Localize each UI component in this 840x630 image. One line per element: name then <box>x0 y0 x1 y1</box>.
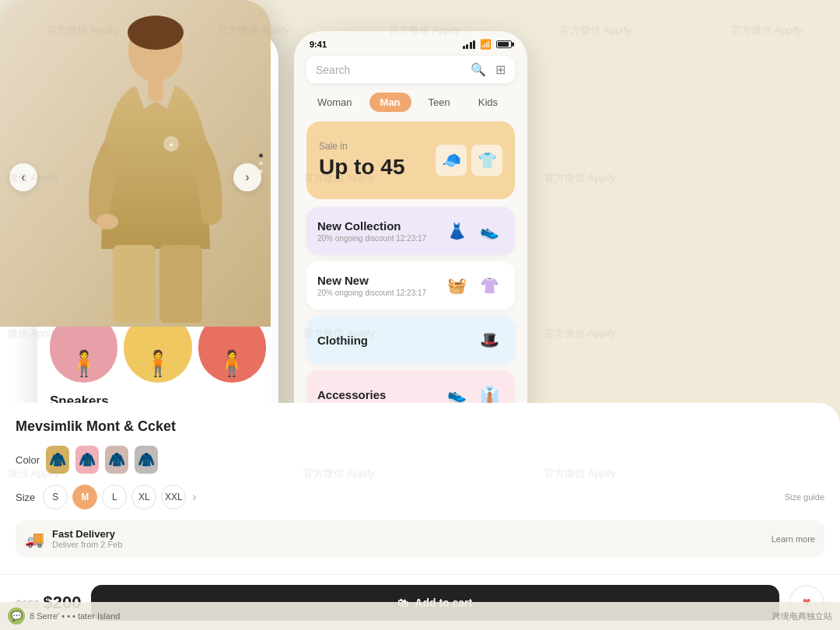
status-icons-2: 📶 <box>463 39 513 50</box>
tab-man-active[interactable]: Man <box>369 93 411 112</box>
sale-shirt: 👕 <box>471 145 502 176</box>
phone-3: ✦ ‹ › Mevsimlik Mont & Ccket Color 🧥 🧥 <box>0 0 271 568</box>
cat-new-new[interactable]: New New 20% ongoing discount 12:23:17 🧺 … <box>306 261 515 310</box>
cat-left-4: Accessories <box>317 388 386 401</box>
sale-banner-left: Sale in Up to 45 <box>319 141 404 180</box>
wifi-icon-2: 📶 <box>480 39 492 50</box>
cat-right-3: 🎩 <box>474 325 504 355</box>
color-pink[interactable]: 🧥 <box>75 446 99 474</box>
signal-2 <box>463 40 476 49</box>
product-card: Mevsimlik Mont & Ccket Color 🧥 🧥 🧥 🧥 Siz… <box>0 403 271 568</box>
dot-2 <box>259 162 263 166</box>
cat-img-2b: 👚 <box>474 271 504 300</box>
watermark-5: 官方微信 Appify <box>731 23 803 37</box>
search-placeholder: Search <box>316 64 464 76</box>
size-row: Size S M L XL XXL › Size guide <box>16 485 271 509</box>
cat-sub-2: 20% ongoing discount 12:23:17 <box>317 289 426 297</box>
filter-icon[interactable]: ⊞ <box>495 62 506 77</box>
color-rose-img: 🧥 <box>108 451 125 468</box>
image-dots <box>259 154 263 173</box>
size-xl[interactable]: XL <box>131 485 156 509</box>
wechat-icon: 💬 <box>8 607 25 625</box>
color-gray-img: 🧥 <box>138 451 155 468</box>
dot-1 <box>259 154 263 158</box>
size-s[interactable]: S <box>43 485 68 509</box>
delivery-text: Fast Delivery Deliver from 2 Feb <box>52 528 122 549</box>
cat-name-4: Accessories <box>317 388 386 401</box>
cat-sub-1: 20% ongoing discount 12:23:17 <box>317 234 426 243</box>
chat-label: 8 Serre' • • • tater Island <box>30 611 120 621</box>
cat-left-3: Clothiing <box>317 334 368 347</box>
collection-person-2: 🧍 <box>142 348 173 378</box>
color-tan-img: 🧥 <box>49 451 66 468</box>
model-svg: ✦ <box>0 0 271 327</box>
cat-img-2: 🧺 <box>442 271 471 300</box>
delivery-row: 🚚 Fast Delivery Deliver from 2 Feb Learn… <box>16 520 271 557</box>
collection-person-1: 🧍 <box>68 348 100 378</box>
color-rose[interactable]: 🧥 <box>105 446 128 474</box>
cat-right-1: 👗 👟 <box>442 216 504 246</box>
collection-person-3: 🧍 <box>216 348 247 378</box>
color-pink-img: 🧥 <box>79 451 96 468</box>
watermark-11: 官方微信 Appify <box>544 327 616 341</box>
color-row: Color 🧥 🧥 🧥 🧥 <box>16 446 271 474</box>
svg-text:✦: ✦ <box>169 142 174 149</box>
product-image: ✦ ‹ › <box>0 0 271 327</box>
delivery-icon: 🚚 <box>25 530 44 548</box>
dot-3 <box>259 170 263 173</box>
cat-left-1: New Collection 20% ongoing discount 12:2… <box>317 219 426 243</box>
watermark-4: 官方微信 Appify <box>560 23 632 37</box>
search-icon-2: 🔍 <box>471 62 486 77</box>
more-sizes-icon[interactable]: › <box>192 490 196 504</box>
size-label: Size <box>16 492 35 503</box>
cat-name-2: New New <box>317 274 426 287</box>
sale-in-text: Sale in <box>319 141 404 152</box>
color-label: Color <box>16 454 40 466</box>
prev-arrow[interactable]: ‹ <box>9 163 37 191</box>
sale-banner[interactable]: Sale in Up to 45 🧢 👕 <box>306 121 515 199</box>
svg-rect-4 <box>148 78 163 101</box>
svg-point-2 <box>128 16 184 50</box>
product-title: Mevsimlik Mont & Ccket <box>16 418 271 435</box>
cat-img-3: 🎩 <box>474 325 504 355</box>
chat-bar[interactable]: 💬 8 Serre' • • • tater Island 跨境电商独立站 <box>0 602 840 630</box>
delivery-subtitle: Deliver from 2 Feb <box>52 540 122 549</box>
up-to-text: Up to 45 <box>319 155 404 180</box>
watermark-8: 官方微信 Appify <box>544 171 616 185</box>
color-gray[interactable]: 🧥 <box>135 446 158 474</box>
cat-name-3: Clothiing <box>317 334 368 347</box>
cat-clothing[interactable]: Clothiing 🎩 <box>306 316 515 364</box>
delivery-title: Fast Delivery <box>52 528 122 540</box>
cat-right-2: 🧺 👚 <box>442 271 504 300</box>
tab-kids[interactable]: Kids <box>467 93 509 112</box>
time-2: 9:41 <box>310 40 327 49</box>
status-bar-2: 9:41 📶 <box>294 31 527 56</box>
sale-items: 🧢 👕 <box>436 145 502 176</box>
svg-rect-8 <box>159 245 202 323</box>
size-l[interactable]: L <box>102 485 127 509</box>
search-bar[interactable]: Search 🔍 ⊞ <box>306 56 515 83</box>
cat-name-1: New Collection <box>317 219 426 233</box>
battery-icon-2 <box>496 40 512 48</box>
svg-rect-7 <box>113 245 156 323</box>
filter-tabs: Woman Man Teen Kids <box>294 93 527 121</box>
svg-point-3 <box>96 214 118 229</box>
color-tan[interactable]: 🧥 <box>46 446 69 474</box>
tab-teen[interactable]: Teen <box>418 93 461 112</box>
tab-woman[interactable]: Woman <box>306 93 363 112</box>
size-xxl[interactable]: XXL <box>161 485 186 509</box>
cat-img-1b: 👟 <box>474 216 504 246</box>
cat-left-2: New New 20% ongoing discount 12:23:17 <box>317 274 426 297</box>
chat-platform: 跨境电商独立站 <box>772 611 832 622</box>
size-m[interactable]: M <box>72 485 97 509</box>
sale-hat: 🧢 <box>436 145 467 176</box>
cat-new-collection[interactable]: New Collection 20% ongoing discount 12:2… <box>306 207 515 255</box>
next-arrow[interactable]: › <box>233 163 261 191</box>
cat-img-1: 👗 <box>442 216 471 246</box>
